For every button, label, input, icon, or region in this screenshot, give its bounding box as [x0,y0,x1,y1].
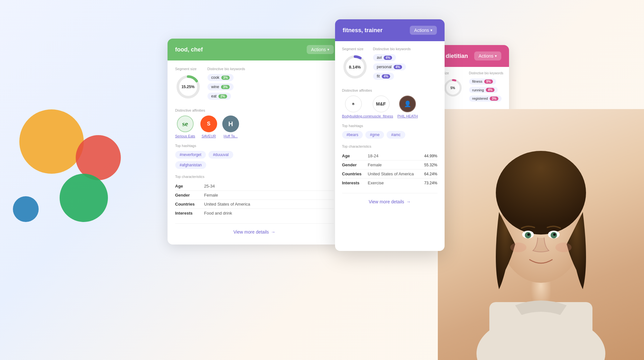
decor-circle-blue-left [13,196,39,222]
food-chef-hashtags-row2: #afghanistan [175,161,334,169]
card-fitness-trainer-title: fitness, trainer [343,27,383,34]
card-food-chef: food, chef Actions Segment size 15.25% [168,39,341,245]
dietitian-segment-label: size [443,71,463,75]
hashtag-duuuval: #duuuval [208,151,233,159]
fitness-view-more[interactable]: View more details → [342,193,437,208]
affinity-ers-label: er's ld [446,133,454,137]
fitness-char-age-val: 18-24 [368,153,424,158]
fitness-keyword-fit: fit 4% [373,73,437,82]
fitness-trainer-actions-button[interactable]: Actions [410,26,437,35]
food-chef-donut: 15.25% [175,74,201,100]
fitness-char-age-key: Age [342,153,368,158]
dietitian-actions-button[interactable]: Actions [474,51,501,60]
affinity-carrots[interactable]: 🥕 CarrotsNCake [463,117,483,137]
affinity-julie[interactable]: 👩 Julie ? Peanut [443,142,464,162]
keyword-pct-wine: 3% [221,85,229,89]
affinity-bodybuilding[interactable]: B Bodybuilding.com [342,96,365,118]
affinity-carrots-label: CarrotsNCake [463,133,483,137]
fitness-keywords-col: Distinctive bio keywords avi 4% personal… [373,47,437,82]
cards-area: food, chef Actions Segment size 15.25% [90,19,586,251]
char-age-val: 25-34 [204,184,334,189]
fitness-segment-label: Segment size [342,47,368,51]
affinity-phil-heath[interactable]: 👤 PHIL HEATH [398,96,418,118]
dietitian-keyword-fitness: fitness 9% [469,78,504,87]
keyword-pct-avi: 4% [384,56,392,60]
char-age-key: Age [175,184,204,189]
hashtag-neverforget: #neverforget [175,151,206,159]
food-chef-keywords-col: Distinctive bio keywords cook 3% wine 3% [207,67,334,102]
hashtag-gme: #gme [365,131,384,139]
fitness-char-interests: Interests Exercise 73.24% [342,179,437,187]
char-countries-key: Countries [175,202,204,207]
arrow-right-icon: → [271,229,275,235]
svg-rect-8 [531,270,551,309]
affinity-julie-label: Julie ? Peanut [443,158,464,162]
char-interests-key: Interests [175,211,204,216]
card-dietitian: dietitian Actions size 5% [438,45,509,232]
dietitian-keywords-label: Distinctive bio keywords [469,71,504,75]
affinity-saveur-avatar: S [200,115,217,132]
affinity-serious-eats-label: Serious Eats [175,134,195,138]
food-chef-affinities-grid: se Serious Eats S SAVEUR H Huff Ta... [175,115,334,138]
dietitian-keyword-registered: registered 3% [469,95,504,104]
affinity-serious-eats[interactable]: se Serious Eats [175,115,195,138]
char-interests: Interests Food and drink [175,209,334,217]
fitness-donut: 8.14% [342,54,368,80]
food-chef-characteristics-label: Top characteristics [175,175,334,179]
food-chef-keyword-wine: wine 3% [207,83,334,93]
fitness-char-interests-key: Interests [342,180,368,185]
affinity-huffpo-avatar: H [222,115,239,132]
decor-circle-orange [19,109,84,174]
fitness-affinities-grid: B Bodybuilding.com M&F muscle_fitness 👤 [342,96,437,118]
dietitian-donut: 5% [443,78,463,97]
char-age: Age 25-34 [175,182,334,191]
fitness-donut-label: 8.14% [349,65,361,69]
char-countries: Countries United States of America [175,200,334,209]
food-chef-segment-label: Segment size [175,67,201,71]
card-dietitian-header: dietitian Actions [438,45,509,67]
card-dietitian-title: dietitian [446,53,468,60]
affinity-ers-avatar: e [443,117,457,131]
fitness-char-interests-pct: 73.24% [424,181,437,185]
food-chef-view-more[interactable]: View more details → [175,223,334,238]
fitness-affinities: Distinctive affinities B Bodybuilding.co… [342,88,437,118]
affinity-ers[interactable]: e er's ld [443,117,457,137]
fitness-affinities-label: Distinctive affinities [342,88,437,92]
char-countries-val: United States of America [204,202,334,207]
fitness-char-interests-val: Exercise [368,180,424,185]
fitness-segment-size: Segment size 8.14% [342,47,368,82]
affinity-muscle-fitness[interactable]: M&F muscle_fitness [370,96,392,118]
keyword-pct-fit: 4% [382,74,390,78]
affinity-serious-eats-avatar: se [177,115,194,132]
food-chef-keyword-eat: eat 2% [207,93,334,102]
card-food-chef-body: Segment size 15.25% Distinctive bio k [168,60,341,244]
dietitian-hashtags-label: Top hashtags [443,167,504,171]
keyword-pct-eat: 2% [218,94,227,98]
hashtag-g: #g... [455,174,468,180]
affinity-saveur[interactable]: S SAVEUR [200,115,217,138]
fitness-char-gender: Gender Female 55.32% [342,161,437,170]
affinity-huffpo[interactable]: H Huff Ta... [222,115,239,138]
fitness-char-countries-key: Countries [342,171,368,176]
card-food-chef-header: food, chef Actions [168,39,341,60]
fitness-hashtags-row: #bears #gme #amc [342,131,437,139]
keyword-text-avi: avi [377,55,382,60]
fitness-char-countries-pct: 64.24% [424,172,437,176]
hashtag-amc: #amc [387,131,405,139]
fitness-hashtags-label: Top hashtags [342,124,437,128]
keyword-text-wine: wine [211,85,219,89]
fitness-hashtags: Top hashtags #bears #gme #amc [342,124,437,139]
dietitian-hashtags: Top hashtags #t #g... [443,167,504,180]
fitness-char-age-pct: 44.99% [424,154,437,158]
char-gender: Gender Female [175,191,334,200]
fitness-char-countries: Countries United States of America 64.24… [342,170,437,179]
food-chef-hashtags-row: #neverforget #duuuval [175,151,334,159]
food-chef-donut-wrap: 15.25% [175,74,201,100]
fitness-top-section: Segment size 8.14% Distinctive bio ke [342,47,437,82]
dietitian-donut-wrap: 5% [443,78,463,97]
food-chef-actions-button[interactable]: Actions [307,45,334,54]
food-chef-affinities: Distinctive affinities se Serious Eats S… [175,108,334,138]
fitness-characteristics: Top characteristics Age 18-24 44.99% Gen… [342,144,437,187]
affinity-julie-avatar: 👩 [446,142,460,156]
fitness-keywords-label: Distinctive bio keywords [373,47,437,51]
